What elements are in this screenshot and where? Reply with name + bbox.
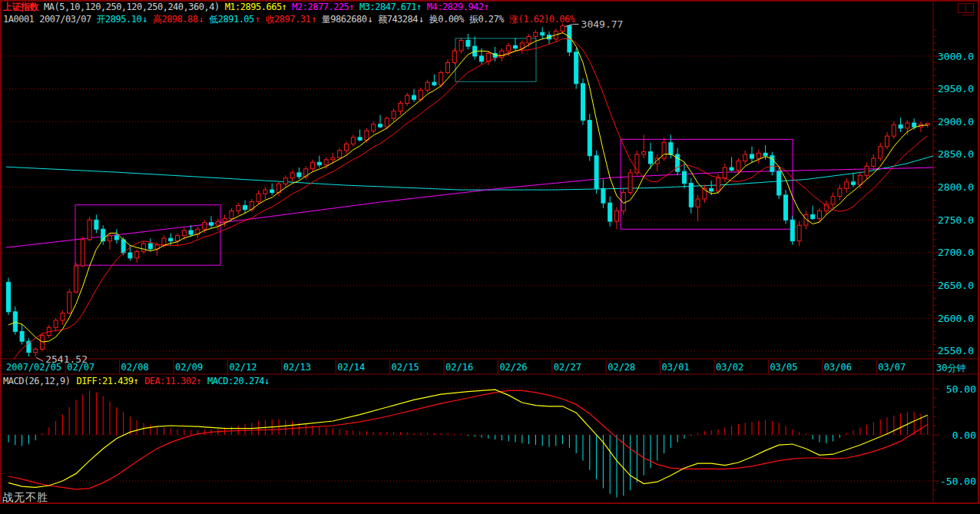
svg-text:03/01: 03/01: [662, 362, 690, 373]
stock-terminal: 上证指数 MA(5,10,120,250,120,250,240,360,4) …: [0, 0, 980, 514]
svg-text:02/16: 02/16: [445, 362, 473, 373]
trough-price-label: 2541.52: [45, 353, 88, 365]
svg-text:2650.0: 2650.0: [938, 280, 974, 291]
svg-text:02/09: 02/09: [175, 362, 203, 373]
svg-text:02/27: 02/27: [554, 362, 581, 373]
svg-text:02/26: 02/26: [499, 362, 527, 373]
svg-text:3000.0: 3000.0: [938, 51, 974, 62]
svg-text:02/13: 02/13: [283, 362, 311, 373]
svg-text:03/07: 03/07: [878, 362, 906, 373]
price-gridlines: 3000.02950.02900.02850.02800.02750.02700…: [6, 30, 974, 357]
svg-text:2950.0: 2950.0: [938, 83, 974, 95]
peak-price-label: 3049.77: [581, 18, 624, 30]
svg-text:2550.0: 2550.0: [938, 345, 974, 356]
svg-text:02/12: 02/12: [229, 362, 257, 373]
svg-text:50.00: 50.00: [946, 383, 976, 395]
svg-text:03/06: 03/06: [824, 362, 852, 373]
macd-indicator-label[interactable]: MACD(26,12,9): [3, 376, 70, 386]
svg-text:-50.00: -50.00: [940, 476, 976, 487]
macd-value: MACD:20.274↓: [207, 376, 270, 386]
drawn-box: [75, 205, 220, 266]
svg-text:02/14: 02/14: [337, 362, 365, 373]
grid-icon[interactable]: [958, 4, 975, 15]
macd-panel: [8, 390, 928, 497]
dea-value: DEA:11.302↑: [144, 376, 201, 386]
svg-text:2900.0: 2900.0: [938, 116, 974, 128]
svg-text:02/28: 02/28: [608, 362, 635, 373]
svg-text:02/08: 02/08: [121, 362, 149, 373]
svg-text:03/05: 03/05: [770, 362, 797, 373]
svg-text:0.00: 0.00: [952, 429, 976, 441]
date-axis: 2007/02/0502/0702/0802/0902/1202/1302/14…: [6, 360, 965, 373]
ma240-line: [6, 156, 933, 190]
diff-value: DIFF:21.439↑: [76, 376, 138, 386]
svg-text:2700.0: 2700.0: [938, 247, 974, 258]
svg-text:2600.0: 2600.0: [938, 313, 974, 324]
diff-line: [8, 390, 928, 487]
price-annotations: 3049.772541.52: [36, 18, 623, 366]
svg-text:2800.0: 2800.0: [938, 181, 974, 193]
fast-ma-lines: [8, 33, 928, 368]
period-label: 30分钟: [936, 363, 965, 373]
macd-gridlines: 50.000.00-50.00: [6, 383, 976, 491]
macd-header: MACD(26,12,9) DIFF:21.439↑ DEA:11.302↑ M…: [3, 376, 270, 386]
watermark-text: 战无不胜: [2, 491, 48, 505]
dea-line: [8, 390, 928, 489]
svg-text:2850.0: 2850.0: [938, 148, 974, 160]
svg-text:03/02: 03/02: [716, 362, 743, 373]
svg-text:2750.0: 2750.0: [938, 214, 974, 226]
svg-text:02/15: 02/15: [392, 362, 419, 373]
chart-canvas[interactable]: 3000.02950.02900.02850.02800.02750.02700…: [0, 0, 980, 514]
